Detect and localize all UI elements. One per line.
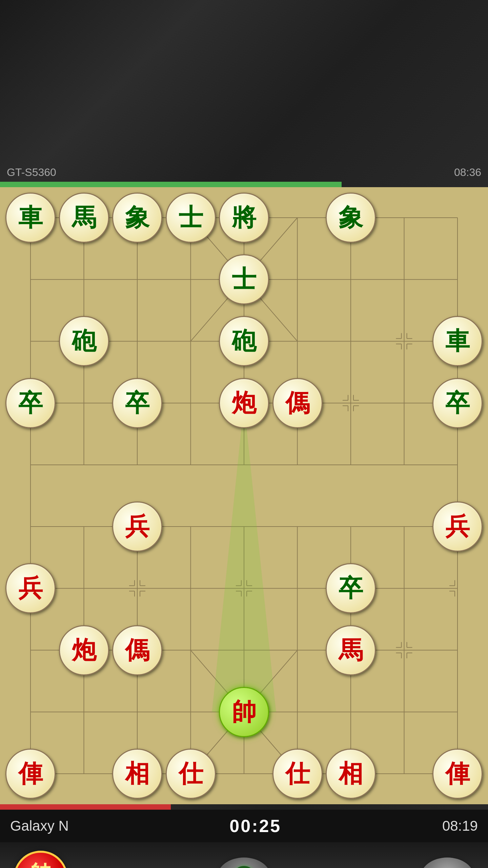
- piece-p8[interactable]: 砲: [59, 316, 109, 366]
- piece-p21[interactable]: 傌: [112, 625, 162, 675]
- piece-p14[interactable]: 車: [432, 316, 483, 366]
- gear-icon: [232, 866, 256, 868]
- piece-p6[interactable]: 象: [326, 193, 376, 243]
- piece-p12[interactable]: 炮: [219, 378, 269, 428]
- tchon-button[interactable]: T.CHỌN: [217, 857, 271, 868]
- piece-p17[interactable]: 兵: [432, 501, 483, 552]
- progress-bar-top: [0, 182, 342, 187]
- piece-p7[interactable]: 士: [219, 254, 269, 304]
- piece-p2[interactable]: 馬: [59, 193, 109, 243]
- device-name-top: GT-S5360: [7, 166, 56, 179]
- menu-icon-char1: 帥: [30, 859, 51, 868]
- progress-bar-bottom: [0, 804, 171, 810]
- game-timer: 00:25: [229, 816, 281, 836]
- piece-p5[interactable]: 將: [219, 193, 269, 243]
- piece-p10[interactable]: 卒: [5, 378, 56, 428]
- piece-p4[interactable]: 士: [166, 193, 216, 243]
- background-top: [0, 0, 488, 190]
- piece-p29[interactable]: 俥: [432, 749, 483, 799]
- chat-button[interactable]: CHAT: [420, 857, 474, 868]
- menu-button[interactable]: 帥 將 MENU: [14, 851, 68, 868]
- piece-p15[interactable]: 卒: [432, 378, 483, 428]
- piece-p1[interactable]: 車: [5, 193, 56, 243]
- game-board: 車馬象士將象士砲砲卒卒炮傌車卒兵兵兵卒炮傌馬帥俥相仕仕相俥: [0, 187, 488, 804]
- player-time-remaining: 08:19: [442, 818, 478, 834]
- piece-p16[interactable]: 兵: [112, 501, 162, 552]
- piece-p28[interactable]: 相: [326, 749, 376, 799]
- piece-p9[interactable]: 砲: [219, 316, 269, 366]
- player-info-bar: Galaxy N 00:25 08:19: [0, 810, 488, 842]
- chat-icon: [420, 857, 474, 868]
- piece-p22[interactable]: 馬: [326, 625, 376, 675]
- bottom-toolbar: 帥 將 MENU T.CHỌN CHAT: [0, 842, 488, 868]
- player-name: Galaxy N: [10, 818, 69, 834]
- piece-p26[interactable]: 仕: [166, 749, 216, 799]
- piece-p18[interactable]: 兵: [5, 563, 56, 613]
- piece-p11[interactable]: 卒: [112, 378, 162, 428]
- tchon-icon: [217, 857, 271, 868]
- piece-p20[interactable]: 炮: [59, 625, 109, 675]
- piece-p3[interactable]: 象: [112, 193, 162, 243]
- menu-icon: 帥 將: [14, 851, 68, 868]
- piece-p23[interactable]: 帥: [219, 687, 269, 737]
- piece-p25[interactable]: 相: [112, 749, 162, 799]
- piece-p27[interactable]: 仕: [272, 749, 323, 799]
- piece-p24[interactable]: 俥: [5, 749, 56, 799]
- time-top: 08:36: [454, 166, 481, 179]
- status-bar-top: GT-S5360 08:36: [0, 163, 488, 182]
- piece-p13[interactable]: 傌: [272, 378, 323, 428]
- piece-p19[interactable]: 卒: [326, 563, 376, 613]
